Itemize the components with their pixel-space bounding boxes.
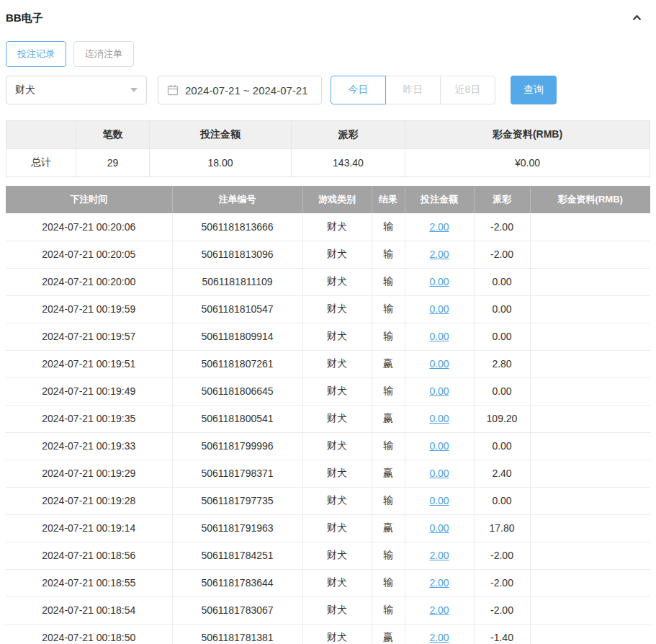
bet-amount-link[interactable]: 0.00 [429,468,449,479]
payout-cell: 0.00 [474,295,530,323]
bet-amount-link[interactable]: 0.00 [429,331,449,342]
bet-time-cell: 2024-07-21 00:19:49 [6,377,172,405]
result-cell: 输 [372,596,405,624]
game-type-cell: 财犬 [302,542,372,569]
bet-amount-cell: 0.00 [405,377,474,405]
bonus-cell [530,487,650,514]
bet-time-cell: 2024-07-21 00:20:06 [6,213,172,241]
quick-btn-yesterday[interactable]: 昨日 [385,76,441,104]
col-bet-time: 下注时间 [6,186,172,213]
bonus-cell [530,377,650,405]
bonus-cell [530,323,650,350]
bet-amount-link[interactable]: 0.00 [429,440,449,452]
summary-total-bonus: ¥0.00 [405,149,650,177]
payout-cell: 2.40 [474,460,530,487]
bet-amount-cell: 2.00 [405,542,474,569]
summary-total-row: 总计 29 18.00 143.40 ¥0.00 [6,149,650,177]
result-cell: 输 [372,323,405,350]
bet-amount-cell: 0.00 [405,432,474,460]
bet-amount-link[interactable]: 2.00 [429,221,449,233]
result-cell: 赢 [372,460,405,487]
game-select-value: 财犬 [15,84,35,97]
bet-amount-link[interactable]: 2.00 [429,550,449,561]
payout-cell: 0.00 [474,487,530,514]
tab-bet-records[interactable]: 投注记录 [6,41,66,67]
bet-amount-link[interactable]: 0.00 [429,413,449,424]
bet-amount-link[interactable]: 2.00 [429,604,449,616]
col-result: 结果 [372,186,405,213]
payout-cell: 0.00 [474,268,530,295]
order-id-cell: 5061181810547 [172,295,302,323]
game-type-cell: 财犬 [302,268,372,295]
bet-table-header-row: 下注时间 注单编号 游戏类别 结果 投注金额 派彩 彩金资料(RMB) [6,186,650,213]
game-type-cell: 财犬 [302,241,372,268]
bet-amount-cell: 0.00 [405,514,474,542]
bet-amount-cell: 0.00 [405,295,474,323]
panel-header: BB电子 [6,0,650,27]
table-row: 2024-07-21 00:18:545061181783067财犬输2.00-… [6,596,650,624]
bonus-cell [530,432,650,460]
bet-amount-cell: 2.00 [405,241,474,268]
summary-col-bonus: 彩金资料(RMB) [405,121,650,149]
bonus-cell [530,405,650,432]
bet-amount-link[interactable]: 0.00 [429,522,449,534]
order-id-cell: 5061181807261 [172,350,302,377]
summary-col-bet-amount: 投注金额 [150,121,292,149]
bet-amount-link[interactable]: 0.00 [429,303,449,315]
summary-table: 笔数 投注金额 派彩 彩金资料(RMB) 总计 29 18.00 143.40 … [6,120,650,177]
bet-time-cell: 2024-07-21 00:18:54 [6,596,172,624]
payout-cell: 0.00 [474,432,530,460]
game-select[interactable]: 财犬 [6,76,147,104]
bet-amount-link[interactable]: 2.00 [429,577,449,589]
quick-btn-last-8-days[interactable]: 近8日 [440,76,495,104]
quick-date-group: 今日 昨日 近8日 [331,76,495,104]
tab-cancelled-orders[interactable]: 连消注单 [73,41,134,67]
bet-amount-cell: 2.00 [405,569,474,596]
date-range-input[interactable]: 2024-07-21 ~ 2024-07-21 [158,76,322,104]
bet-records-table: 下注时间 注单编号 游戏类别 结果 投注金额 派彩 彩金资料(RMB) 2024… [6,186,650,644]
calendar-icon [167,84,179,96]
game-type-cell: 财犬 [302,405,372,432]
collapse-button[interactable] [627,9,646,27]
bet-time-cell: 2024-07-21 00:19:35 [6,405,172,432]
bet-amount-link[interactable]: 0.00 [429,385,449,397]
bet-records-panel: BB电子 投注记录 连消注单 财犬 2024-07-21 ~ 2024-07-2… [0,0,656,644]
payout-cell: 0.00 [474,323,530,350]
quick-btn-today[interactable]: 今日 [331,76,386,104]
col-bet-amount: 投注金额 [405,186,474,213]
result-cell: 输 [372,268,405,295]
payout-cell: -2.00 [474,596,530,624]
summary-header-row: 笔数 投注金额 派彩 彩金资料(RMB) [6,121,650,149]
bet-time-cell: 2024-07-21 00:19:51 [6,350,172,377]
query-button[interactable]: 查询 [511,76,557,104]
bet-amount-cell: 0.00 [405,460,474,487]
table-row: 2024-07-21 00:18:565061181784251财犬输2.00-… [6,542,650,569]
col-payout: 派彩 [474,186,530,213]
payout-cell: -2.00 [474,241,530,268]
bet-amount-cell: 0.00 [405,350,474,377]
bet-amount-link[interactable]: 2.00 [429,632,449,643]
table-row: 2024-07-21 00:19:595061181810547财犬输0.000… [6,295,650,323]
table-row: 2024-07-21 00:19:285061181797735财犬输0.000… [6,487,650,514]
result-cell: 输 [372,377,405,405]
bet-amount-link[interactable]: 2.00 [429,249,449,260]
result-cell: 赢 [372,514,405,542]
bet-amount-link[interactable]: 0.00 [429,358,449,370]
table-row: 2024-07-21 00:20:005061181811109财犬输0.000… [6,268,650,295]
bet-time-cell: 2024-07-21 00:19:29 [6,460,172,487]
bonus-cell [530,268,650,295]
order-id-cell: 5061181800541 [172,405,302,432]
bet-time-cell: 2024-07-21 00:18:50 [6,624,172,644]
bet-time-cell: 2024-07-21 00:20:05 [6,241,172,268]
order-id-cell: 5061181809914 [172,323,302,350]
table-row: 2024-07-21 00:20:065061181813666财犬输2.00-… [6,213,650,241]
bet-amount-link[interactable]: 0.00 [429,495,449,506]
bet-amount-link[interactable]: 0.00 [429,276,449,287]
bonus-cell [530,213,650,241]
result-cell: 输 [372,569,405,596]
bet-amount-cell: 0.00 [405,487,474,514]
payout-cell: 109.20 [474,405,530,432]
payout-cell: 2.80 [474,350,530,377]
payout-cell: -2.00 [474,569,530,596]
result-cell: 输 [372,213,405,241]
